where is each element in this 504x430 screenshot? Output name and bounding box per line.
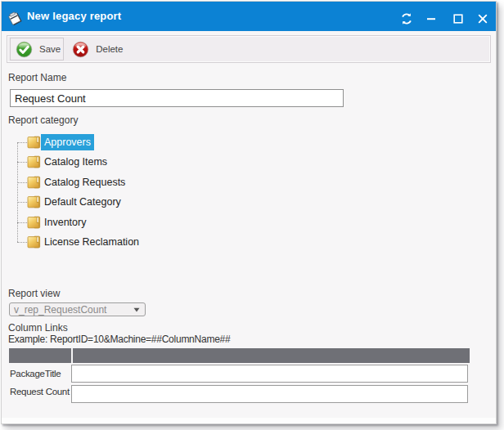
window-bottom-strip [2,418,496,423]
tree-item-label: Default Category [41,194,124,210]
save-check-icon [16,41,33,58]
tree-item-approvers[interactable]: Approvers [2,132,345,152]
packagetitle-input[interactable] [71,365,468,383]
folder-icon [27,235,41,249]
folder-icon [27,195,41,209]
report-category-tree: Approvers Catalog Items Catalog Requests… [2,131,345,253]
window-title: New legacy report [27,2,121,30]
toolbar: Save [7,35,491,63]
save-label: Save [39,44,61,54]
tree-item-catalog-items[interactable]: Catalog Items [2,152,345,172]
refresh-icon[interactable] [399,11,414,26]
folder-icon [27,155,41,169]
save-button[interactable]: Save [10,38,64,60]
header-separator [71,348,73,363]
report-view-dropdown[interactable]: v_rep_RequestCount [9,302,146,316]
tree-branch-line [17,222,27,224]
column-links-label: Column Links [8,322,68,334]
tree-item-label: Catalog Requests [41,174,128,190]
report-view-label: Report view [8,288,60,299]
tree-item-inventory[interactable]: Inventory [2,213,345,232]
column-row-label: PackageTitle [10,369,61,378]
delete-x-icon [72,41,89,58]
tree-branch-line [17,182,27,184]
tree-branch-line [17,242,27,244]
delete-button[interactable]: Delete [66,38,126,60]
report-notepad-icon [7,10,24,26]
dialog-window: New legacy report [1,1,497,424]
report-name-label: Report Name [8,72,66,83]
column-links-table-header [9,348,470,363]
request-count-input[interactable] [71,385,468,403]
report-category-label: Report category [8,114,78,126]
maximize-icon[interactable] [451,11,466,26]
folder-icon [27,136,41,150]
minimize-icon[interactable] [424,11,439,26]
chevron-down-icon [133,307,140,312]
folder-icon [27,176,41,190]
report-view-value: v_rep_RequestCount [14,304,133,316]
close-icon[interactable] [475,11,490,26]
column-links-example: Example: ReportID=10&Machine=##ColumnNam… [8,334,230,345]
title-bar: New legacy report [2,2,496,31]
tree-branch-line [17,202,27,204]
delete-label: Delete [96,44,123,54]
tree-item-label: License Reclamation [41,234,142,250]
tree-item-license-reclamation[interactable]: License Reclamation [2,232,345,252]
folder-icon [27,216,41,230]
tree-item-default-category[interactable]: Default Category [2,192,345,212]
report-name-input[interactable] [10,89,344,107]
tree-item-catalog-requests[interactable]: Catalog Requests [2,172,345,192]
column-row-label: Request Count [10,387,70,396]
tree-branch-line [17,162,27,163]
tree-item-label: Catalog Items [41,154,110,170]
tree-branch-line [17,142,27,144]
tree-item-label: Approvers [41,134,94,150]
tree-item-label: Inventory [41,214,89,231]
